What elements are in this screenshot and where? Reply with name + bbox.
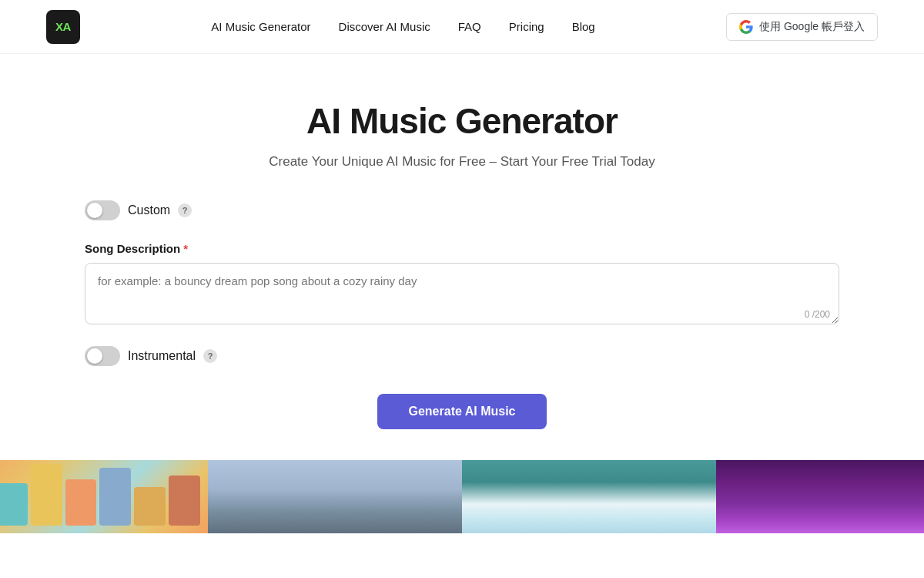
- logo[interactable]: XA: [46, 10, 80, 44]
- music-gallery: [0, 460, 924, 533]
- instrumental-help-icon[interactable]: ?: [203, 349, 217, 363]
- google-login-label: 使用 Google 帳戶登入: [759, 20, 865, 34]
- char-count: 0 /200: [805, 309, 830, 320]
- gallery-item-3[interactable]: [462, 460, 716, 533]
- generate-button-container: Generate AI Music: [85, 394, 839, 429]
- page-title: AI Music Generator: [15, 100, 909, 142]
- instrumental-label: Instrumental: [128, 349, 196, 363]
- custom-toggle-row: Custom ?: [85, 200, 839, 220]
- nav-pricing[interactable]: Pricing: [509, 20, 544, 33]
- instrumental-toggle-knob: [87, 348, 102, 364]
- generate-button[interactable]: Generate AI Music: [377, 394, 546, 429]
- google-icon: [739, 20, 753, 34]
- nav-blog[interactable]: Blog: [572, 20, 595, 33]
- song-description-label: Song Description *: [85, 242, 839, 255]
- instrumental-toggle-row: Instrumental ?: [85, 346, 839, 366]
- hero-section: AI Music Generator Create Your Unique AI…: [0, 54, 924, 200]
- textarea-container: 0 /200: [85, 263, 839, 328]
- custom-label: Custom: [128, 203, 170, 217]
- required-indicator: *: [183, 242, 188, 255]
- custom-toggle[interactable]: [85, 200, 120, 220]
- gallery-item-4[interactable]: [716, 460, 924, 533]
- gallery-item-1[interactable]: [0, 460, 208, 533]
- custom-help-icon[interactable]: ?: [178, 203, 192, 217]
- nav-discover[interactable]: Discover AI Music: [339, 20, 430, 33]
- song-description-section: Song Description * 0 /200: [85, 242, 839, 328]
- main-nav: AI Music Generator Discover AI Music FAQ…: [211, 20, 594, 33]
- hero-subtitle: Create Your Unique AI Music for Free – S…: [15, 154, 909, 170]
- toggle-knob: [87, 203, 102, 218]
- song-description-input[interactable]: [85, 263, 839, 324]
- nav-faq[interactable]: FAQ: [458, 20, 481, 33]
- gallery-item-2[interactable]: [208, 460, 462, 533]
- nav-music-generator[interactable]: AI Music Generator: [211, 20, 310, 33]
- google-login-button[interactable]: 使用 Google 帳戶登入: [726, 13, 878, 41]
- instrumental-toggle[interactable]: [85, 346, 120, 366]
